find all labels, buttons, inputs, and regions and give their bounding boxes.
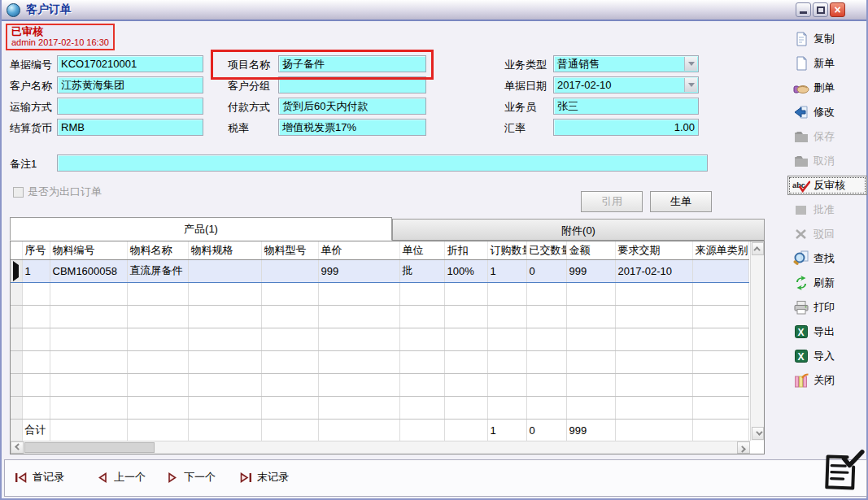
- horizontal-scroll-thumb[interactable]: [24, 442, 155, 453]
- tab-products[interactable]: 产品(1): [10, 217, 392, 241]
- generate-order-button[interactable]: 生单: [650, 191, 712, 212]
- field-input-汇率[interactable]: 1.00: [553, 119, 699, 136]
- field-input-项目名称[interactable]: 扬子备件: [278, 55, 426, 72]
- toolbar-button-刷新[interactable]: 刷新: [787, 273, 867, 293]
- nav-next-record-button[interactable]: 下一个: [166, 470, 216, 485]
- field-value: 张三: [557, 99, 578, 114]
- field-input-税率[interactable]: 增值税发票17%: [278, 119, 426, 136]
- first-record-icon: [15, 472, 28, 483]
- row-selector-header: [11, 241, 22, 259]
- toolbar-button-反审核[interactable]: abc反审核: [787, 176, 867, 195]
- toolbar-button-删单[interactable]: 删单: [787, 78, 867, 98]
- column-header-金额[interactable]: 金额: [566, 241, 615, 259]
- toolbar-button-修改[interactable]: 修改: [787, 102, 867, 122]
- cell: [127, 350, 188, 373]
- reject-x-icon: [792, 226, 810, 242]
- scroll-down-button[interactable]: [752, 427, 764, 440]
- toolbar-button-导入[interactable]: X导入: [787, 346, 867, 366]
- chevron-up-icon: [753, 246, 760, 253]
- vertical-scrollbar[interactable]: [750, 241, 764, 441]
- toolbar-button-新单[interactable]: 新单: [787, 54, 867, 73]
- empty-table-row[interactable]: [11, 396, 748, 419]
- audit-meta-text: admin 2017-02-10 16:30: [11, 37, 109, 47]
- cell: [22, 328, 50, 350]
- toolbar-label: 批准: [813, 202, 835, 217]
- nav-prev-record-button[interactable]: 上一个: [96, 470, 146, 485]
- column-header-要求交期[interactable]: 要求交期: [615, 241, 692, 259]
- row-selector-cell: [11, 328, 22, 350]
- chevron-right-icon: [739, 446, 745, 452]
- cell: 100%: [444, 259, 487, 282]
- tab-attachments[interactable]: 附件(0): [392, 219, 765, 241]
- column-header-单价[interactable]: 单价: [318, 241, 399, 259]
- field-input-客户名称[interactable]: 江苏黄海集团: [57, 76, 203, 93]
- field-input-运输方式[interactable]: [57, 98, 203, 115]
- column-header-物料规格[interactable]: 物料规格: [188, 241, 261, 259]
- column-header-物料名称[interactable]: 物料名称: [127, 241, 188, 259]
- column-header-单位[interactable]: 单位: [399, 241, 444, 259]
- field-input-业务员[interactable]: 张三: [553, 98, 699, 115]
- column-header-序号[interactable]: 序号: [22, 241, 50, 259]
- audit-status-box: 已审核 admin 2017-02-10 16:30: [6, 24, 115, 50]
- product-table: 序号物料编号物料名称物料规格物料型号单价单位折扣订购数量已交数量金额要求交期来源…: [11, 241, 749, 442]
- column-header-订购数量[interactable]: 订购数量: [487, 241, 526, 259]
- field-input-客户分组[interactable]: [278, 76, 426, 93]
- cell: 0: [526, 259, 566, 282]
- app-globe-icon: [7, 3, 20, 17]
- cell: [615, 396, 692, 419]
- combo-dropdown-button[interactable]: [684, 78, 697, 92]
- totals-cell: [188, 419, 261, 441]
- maximize-button[interactable]: [813, 2, 828, 17]
- scroll-left-button[interactable]: [11, 441, 24, 454]
- notepad-check-icon: [817, 446, 867, 496]
- scroll-right-button[interactable]: [737, 441, 750, 454]
- column-header-来源单类别[interactable]: 来源单类别: [692, 241, 748, 259]
- column-header-折扣[interactable]: 折扣: [444, 241, 487, 259]
- export-order-checkbox[interactable]: [13, 187, 24, 198]
- cell: CBM1600058: [50, 259, 127, 282]
- field-input-结算货币[interactable]: RMB: [57, 119, 203, 136]
- cell: [127, 305, 188, 328]
- scroll-up-button[interactable]: [752, 242, 764, 255]
- empty-table-row[interactable]: [11, 373, 748, 396]
- field-input-单据日期[interactable]: 2017-02-10: [553, 76, 699, 93]
- empty-table-row[interactable]: [11, 350, 748, 373]
- cell: [188, 328, 261, 350]
- field-input-业务类型[interactable]: 普通销售: [553, 55, 699, 72]
- toolbar-button-复制[interactable]: 复制: [787, 29, 867, 49]
- column-header-物料编号[interactable]: 物料编号: [50, 241, 127, 259]
- row-selector-cell: [11, 350, 22, 373]
- svg-text:X: X: [798, 327, 805, 338]
- empty-table-row[interactable]: [11, 328, 748, 350]
- empty-table-row[interactable]: [11, 305, 748, 328]
- close-button[interactable]: ×: [830, 2, 845, 17]
- table-row[interactable]: 1CBM1600058直流屏备件999批100%109992017-02-10: [11, 259, 748, 282]
- field-input-remark1[interactable]: [57, 154, 708, 172]
- column-header-物料型号[interactable]: 物料型号: [261, 241, 318, 259]
- field-label-单据日期: 单据日期: [504, 79, 547, 93]
- field-value: 增值税发票17%: [282, 120, 356, 135]
- toolbar-button-查找[interactable]: 查找: [787, 249, 867, 268]
- combo-dropdown-button[interactable]: [684, 57, 697, 71]
- cell: [566, 373, 615, 396]
- toolbar-button-导出[interactable]: X导出: [787, 322, 867, 341]
- row-selector-cell: [11, 282, 22, 305]
- toolbar-button-打印[interactable]: 打印: [787, 298, 867, 317]
- field-input-单据编号[interactable]: KCO170210001: [57, 55, 203, 72]
- cell: [22, 305, 50, 328]
- cell: [127, 282, 188, 305]
- row-selector-cell: [11, 373, 22, 396]
- titlebar[interactable]: 客户订单 ×: [2, 0, 866, 21]
- field-input-付款方式[interactable]: 货到后60天内付款: [278, 98, 426, 115]
- column-header-已交数量[interactable]: 已交数量: [526, 241, 566, 259]
- toolbar-button-保存: 保存: [787, 127, 867, 146]
- empty-table-row[interactable]: [11, 282, 748, 305]
- minimize-button[interactable]: [796, 2, 811, 17]
- toolbar-label: 删单: [813, 80, 835, 95]
- nav-last-record-button[interactable]: 末记录: [239, 470, 289, 485]
- nav-first-record-button[interactable]: 首记录: [15, 470, 64, 485]
- cell: [615, 305, 692, 328]
- horizontal-scrollbar[interactable]: [11, 441, 750, 454]
- totals-cell: 1: [487, 419, 526, 441]
- toolbar-button-关闭[interactable]: 关闭: [787, 371, 867, 390]
